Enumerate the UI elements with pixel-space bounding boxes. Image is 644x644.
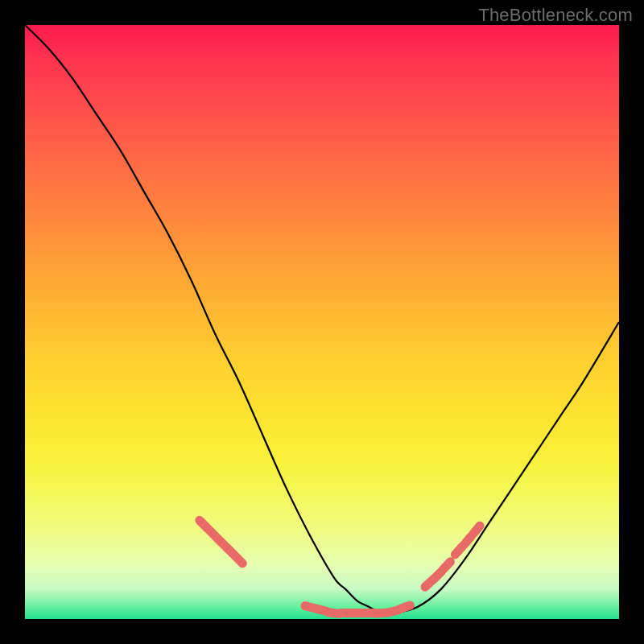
plot-area bbox=[25, 25, 619, 619]
bottleneck-curve bbox=[25, 25, 619, 614]
marker-layer bbox=[193, 514, 486, 619]
chart-frame: TheBottleneck.com bbox=[0, 0, 644, 644]
watermark-text: TheBottleneck.com bbox=[478, 5, 633, 26]
curve-svg bbox=[25, 25, 619, 619]
curve-marker bbox=[394, 600, 415, 614]
